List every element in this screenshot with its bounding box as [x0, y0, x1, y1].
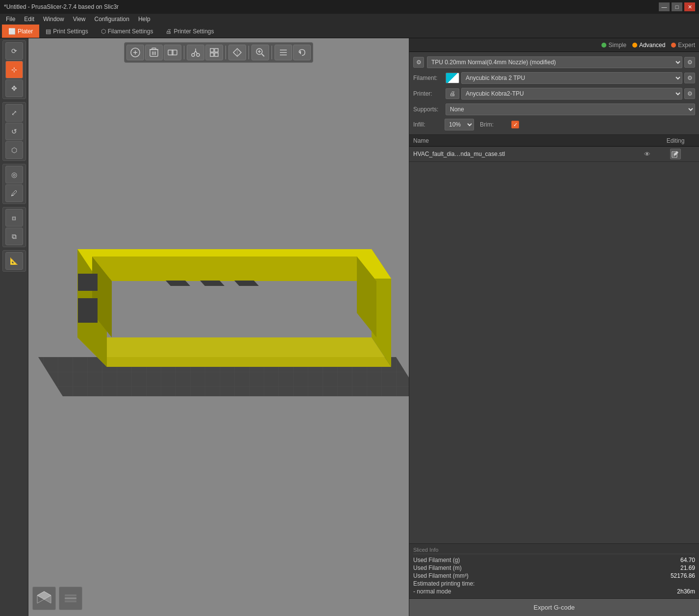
tab-plater-label: Plater: [18, 28, 33, 35]
measure-btn[interactable]: 📐: [5, 252, 23, 270]
right-panel: Simple Advanced Expert ⚙ TPU 0.20mm Norm…: [409, 38, 699, 616]
toolbar-sep-1: [184, 46, 184, 59]
filament-g-value: 64.70: [680, 557, 695, 564]
support-paint-btn[interactable]: 🖊: [5, 184, 23, 202]
measure-tool-group: 📐: [2, 250, 26, 272]
move-btn[interactable]: ✥: [5, 79, 23, 97]
svg-line-13: [194, 51, 196, 54]
svg-rect-47: [65, 594, 76, 596]
svg-marker-42: [200, 281, 225, 286]
svg-rect-39: [78, 298, 98, 323]
supports-select[interactable]: None Normal(auto) For support enforcers …: [446, 103, 695, 115]
filament-g-label: Used Filament (g): [413, 557, 460, 564]
instances-btn[interactable]: [164, 45, 181, 60]
tab-printer-settings[interactable]: 🖨 Printer Settings: [159, 25, 220, 38]
svg-rect-48: [65, 597, 76, 599]
menu-window[interactable]: Window: [39, 15, 68, 24]
print-settings-row: ⚙ TPU 0.20mm Normal(0.4mm Nozzle) (modif…: [413, 56, 695, 69]
add-object-btn[interactable]: [126, 45, 144, 60]
minimize-button[interactable]: —: [659, 2, 670, 11]
filament-label: Filament:: [413, 75, 443, 81]
infill-label: Infill:: [413, 121, 443, 128]
delete-object-btn[interactable]: [145, 45, 163, 60]
filament-color-swatch[interactable]: [446, 73, 459, 83]
support-tool-group: ◎ 🖊: [2, 164, 26, 204]
undo-btn[interactable]: [293, 45, 311, 60]
object-edit-btn[interactable]: [670, 149, 681, 159]
menu-file[interactable]: File: [2, 15, 19, 24]
filament-config-btn[interactable]: ⚙: [684, 73, 695, 83]
mode-simple-label: Simple: [608, 42, 626, 49]
printer-config-btn[interactable]: ⚙: [684, 88, 695, 99]
tab-filament-settings[interactable]: ⬡ Filament Settings: [95, 25, 160, 38]
export-gcode-button[interactable]: Export G-code: [409, 598, 699, 616]
printer-icon: 🖨: [446, 88, 459, 99]
viewport-bottom-controls: [32, 587, 82, 610]
zoom-to-fit-btn[interactable]: [251, 45, 269, 60]
filament-mm3-row: Used Filament (mm³) 52176.86: [413, 572, 695, 580]
place-btn[interactable]: ⬡: [5, 141, 23, 159]
plater-icon: ⬜: [8, 28, 16, 35]
menu-configuration[interactable]: Configuration: [91, 15, 133, 24]
visibility-toggle[interactable]: 👁: [642, 149, 652, 159]
rotate-btn[interactable]: ↺: [5, 123, 23, 140]
mode-advanced-btn[interactable]: Advanced: [632, 42, 665, 49]
printer-control: 🖨 Anycubic Kobra2-TPU ⚙: [446, 88, 695, 100]
printer-row: Printer: 🖨 Anycubic Kobra2-TPU ⚙: [413, 87, 695, 100]
tab-filament-label: Filament Settings: [108, 28, 153, 35]
top-toolbar: [124, 42, 313, 63]
left-toolbar: ⟳ ⊹ ✥ ⤢ ↺ ⬡ ◎ 🖊 ⧈ ⧉ 📐: [0, 38, 28, 616]
orient-btn[interactable]: [228, 45, 246, 60]
filament-select[interactable]: Anycubic Kobra 2 TPU: [461, 72, 682, 84]
print-settings-select[interactable]: TPU 0.20mm Normal(0.4mm Nozzle) (modifie…: [427, 56, 682, 68]
fdm-support-btn[interactable]: ⧈: [5, 209, 23, 227]
mode-expert-btn[interactable]: Expert: [671, 42, 695, 49]
brim-checkbox[interactable]: ✓: [511, 121, 519, 128]
printer-select[interactable]: Anycubic Kobra2-TPU: [461, 88, 682, 100]
toolbar-sep-2: [225, 46, 226, 59]
titlebar: *Untitled - PrusaSlicer-2.7.4 based on S…: [0, 0, 699, 14]
filament-m-label: Used Filament (m): [413, 565, 462, 571]
close-button[interactable]: ✕: [684, 2, 695, 11]
toolbar-sep-3: [249, 46, 249, 59]
layer-view-btn[interactable]: [59, 587, 82, 610]
supports-control: None Normal(auto) For support enforcers …: [446, 103, 695, 115]
mode-simple-btn[interactable]: Simple: [601, 42, 626, 49]
infill-brim-row: Infill: 10% 15% 20% Brim: ✓: [413, 119, 695, 130]
scale-btn[interactable]: ⤢: [5, 104, 23, 122]
filament-row: Filament: Anycubic Kobra 2 TPU ⚙: [413, 72, 695, 84]
maximize-button[interactable]: □: [672, 2, 682, 11]
menu-help[interactable]: Help: [134, 15, 154, 24]
tab-print-settings[interactable]: ▤ Print Settings: [39, 25, 94, 38]
settings-area: ⚙ TPU 0.20mm Normal(0.4mm Nozzle) (modif…: [409, 52, 699, 134]
print-settings-gear-btn[interactable]: ⚙: [413, 57, 424, 68]
seam-btn[interactable]: ◎: [5, 166, 23, 183]
window-buttons: — □ ✕: [659, 2, 695, 11]
name-column-header: Name: [413, 137, 656, 144]
cut-btn[interactable]: [187, 45, 204, 60]
svg-rect-8: [152, 48, 156, 50]
supports-row: Supports: None Normal(auto) For support …: [413, 103, 695, 116]
select-btn[interactable]: ⊹: [5, 61, 23, 78]
menu-edit[interactable]: Edit: [20, 15, 38, 24]
view-cube-btn[interactable]: [32, 587, 56, 610]
tab-plater[interactable]: ⬜ Plater: [2, 25, 39, 38]
print-settings-icon: ▤: [46, 28, 51, 35]
print-settings-config-btn[interactable]: ⚙: [684, 57, 695, 68]
main-area: ⟳ ⊹ ✥ ⤢ ↺ ⬡ ◎ 🖊 ⧈ ⧉ 📐: [0, 38, 699, 616]
filament-m-row: Used Filament (m) 21.69: [413, 564, 695, 572]
infill-select[interactable]: 10% 15% 20%: [445, 119, 474, 130]
filament-g-row: Used Filament (g) 64.70: [413, 556, 695, 564]
transform-tool-group: ⤢ ↺ ⬡: [2, 102, 26, 161]
svg-point-11: [192, 53, 195, 56]
svg-point-12: [197, 53, 200, 56]
layers-btn[interactable]: [275, 45, 292, 60]
sliced-info-title: Sliced Info: [413, 547, 695, 554]
variable-layer-btn[interactable]: ⧉: [5, 228, 23, 245]
printer-label: Printer:: [413, 90, 443, 97]
menu-view[interactable]: View: [69, 15, 90, 24]
svg-marker-31: [77, 337, 391, 367]
rotate-view-btn[interactable]: ⟳: [5, 42, 23, 60]
viewport[interactable]: [28, 38, 409, 616]
arrange-btn[interactable]: [205, 45, 223, 60]
